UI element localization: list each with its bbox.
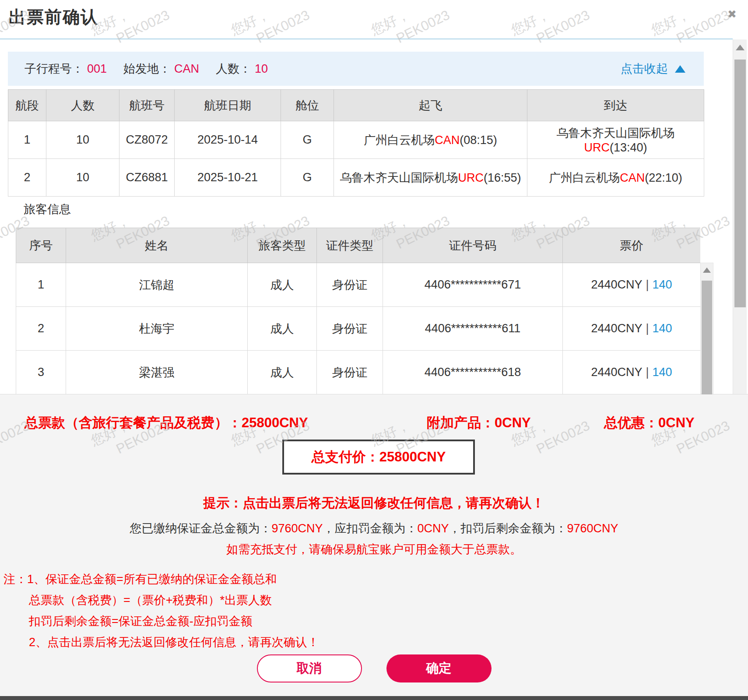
collapse-link-label: 点击收起	[621, 61, 668, 77]
segment-no: 1	[8, 121, 46, 159]
title-divider	[0, 39, 733, 39]
addon-product: 附加产品：0CNY	[427, 414, 531, 432]
doc-no: 4406***********671	[383, 263, 563, 307]
page-scrollbar[interactable]	[733, 39, 747, 394]
scroll-up-icon[interactable]	[703, 267, 711, 273]
passenger-section-title: 旅客信息	[24, 201, 71, 217]
col-doc-type: 证件类型	[317, 228, 383, 263]
pax-name: 江锦超	[66, 263, 248, 307]
fare-separator: |	[643, 366, 653, 379]
arr-time: (22:10)	[645, 171, 682, 184]
arrival-cell: 广州白云机场CAN(22:10)	[527, 159, 704, 197]
arr-airport: 广州白云机场	[549, 171, 620, 184]
passenger-row: 1 江锦超 成人 身份证 4406***********671 2440CNY|…	[16, 263, 701, 307]
pax-type: 成人	[248, 307, 317, 351]
fare-amount: 2440CNY	[591, 366, 642, 379]
total-payment-label: 总支付价：	[312, 448, 379, 466]
cancel-button[interactable]: 取消	[257, 654, 362, 682]
fare-cell: 2440CNY|140	[563, 263, 701, 307]
pax-index: 1	[16, 263, 66, 307]
total-fare-label: 总票款（含旅行套餐产品及税费）：	[25, 415, 242, 430]
total-fare: 总票款（含旅行套餐产品及税费）：25800CNY	[25, 414, 308, 432]
watermark-text: 您好，PEK0023	[508, 0, 593, 56]
fare-tax-link[interactable]: 140	[653, 278, 672, 291]
summary-panel: 总票款（含旅行套餐产品及税费）：25800CNY 附加产品：0CNY 总优惠：0…	[0, 394, 748, 700]
flight-no: CZ8072	[119, 121, 175, 159]
col-departure: 起飞	[334, 90, 527, 121]
flight-no: CZ6881	[119, 159, 175, 197]
pax-count-label: 人数：	[216, 61, 251, 77]
collapse-link[interactable]: 点击收起	[621, 61, 685, 77]
arr-code: CAN	[620, 171, 645, 184]
doc-type: 身份证	[317, 307, 383, 351]
close-icon[interactable]: ✖	[727, 8, 737, 21]
sub-trip-label: 子行程号：	[25, 61, 84, 77]
flight-row: 1 10 CZ8072 2025-10-14 G 广州白云机场CAN(08:15…	[8, 121, 704, 159]
col-pax: 人数	[46, 90, 119, 121]
pax-type: 成人	[248, 263, 317, 307]
passenger-table: 序号 姓名 旅客类型 证件类型 证件号码 票价 1 江锦超 成人 身份证 440…	[16, 228, 700, 394]
pax-count: 10	[46, 121, 119, 159]
deposit-total-value: 9760CNY	[271, 522, 323, 535]
window-bottom-edge	[0, 696, 748, 700]
total-payment-value: 25800CNY	[379, 449, 446, 465]
penalty-label: ，应扣罚金额为：	[323, 522, 417, 535]
pax-index: 2	[16, 307, 66, 351]
scrollbar-thumb[interactable]	[702, 281, 712, 394]
doc-no: 4406***********611	[383, 307, 563, 351]
confirm-button[interactable]: 确定	[386, 654, 492, 682]
scroll-up-icon[interactable]	[736, 45, 744, 50]
arr-code: URC	[584, 141, 610, 154]
watermark-text: 您好，PEK0023	[368, 0, 453, 56]
pax-count: 10	[46, 159, 119, 197]
arr-airport: 乌鲁木齐天山国际机场	[557, 127, 675, 140]
doc-type: 身份证	[317, 351, 383, 394]
flight-date: 2025-10-21	[175, 159, 281, 197]
pax-count-value: 10	[255, 62, 268, 76]
fare-amount: 2440CNY	[591, 278, 642, 291]
note-line: 总票款（含税费）=（票价+税费和）*出票人数	[4, 590, 319, 611]
dep-code: URC	[458, 171, 484, 184]
watermark-text: 您好，PEK0023	[648, 0, 733, 56]
flight-table: 航段 人数 航班号 航班日期 舱位 起飞 到达 1 10 CZ8072 2025…	[8, 89, 704, 197]
action-buttons: 取消 确定	[0, 654, 748, 682]
arrival-cell: 乌鲁木齐天山国际机场URC(13:40)	[527, 121, 704, 159]
scrollbar-thumb[interactable]	[734, 60, 746, 307]
addon-label: 附加产品：	[427, 415, 495, 430]
itinerary-summary-bar: 子行程号： 001 始发地： CAN 人数： 10 点击收起	[8, 52, 704, 86]
segment-no: 2	[8, 159, 46, 197]
discount-label: 总优惠：	[604, 415, 658, 430]
dep-airport: 乌鲁木齐天山国际机场	[340, 171, 458, 184]
pax-index: 3	[16, 351, 66, 394]
fare-separator: |	[643, 278, 653, 291]
departure-cell: 广州白云机场CAN(08:15)	[334, 121, 527, 159]
flight-row: 2 10 CZ6881 2025-10-21 G 乌鲁木齐天山国际机场URC(1…	[8, 159, 704, 197]
dep-code: CAN	[435, 134, 460, 147]
remaining-value: 9760CNY	[567, 522, 618, 535]
col-index: 序号	[16, 228, 66, 263]
notes-block: 注：1、保证金总金额=所有已缴纳的保证金金额总和 总票款（含税费）=（票价+税费…	[4, 569, 319, 653]
fare-tax-link[interactable]: 140	[653, 366, 672, 379]
total-payment-box: 总支付价：25800CNY	[282, 440, 475, 475]
pax-name: 杜海宇	[66, 307, 248, 351]
flight-date: 2025-10-14	[175, 121, 281, 159]
dep-airport: 广州白云机场	[364, 134, 435, 147]
departure-cell: 乌鲁木齐天山国际机场URC(16:55)	[334, 159, 527, 197]
fare-separator: |	[643, 322, 653, 335]
passenger-table-scrollbar[interactable]	[700, 263, 713, 394]
fare-tax-link[interactable]: 140	[653, 322, 672, 335]
fare-amount: 2440CNY	[591, 322, 642, 335]
col-fare: 票价	[563, 228, 701, 263]
origin-label: 始发地：	[123, 61, 171, 77]
col-segment: 航段	[8, 90, 46, 121]
pax-type: 成人	[248, 351, 317, 394]
cabin-class: G	[281, 159, 334, 197]
col-cabin: 舱位	[281, 90, 334, 121]
addon-value: 0CNY	[495, 415, 531, 430]
sub-trip-value: 001	[87, 62, 107, 76]
passenger-row: 2 杜海宇 成人 身份证 4406***********611 2440CNY|…	[16, 307, 701, 351]
warning-tip: 提示：点击出票后将无法返回修改任何信息，请再次确认！	[0, 494, 748, 512]
fare-cell: 2440CNY|140	[563, 307, 701, 351]
col-pax-type: 旅客类型	[248, 228, 317, 263]
col-name: 姓名	[66, 228, 248, 263]
